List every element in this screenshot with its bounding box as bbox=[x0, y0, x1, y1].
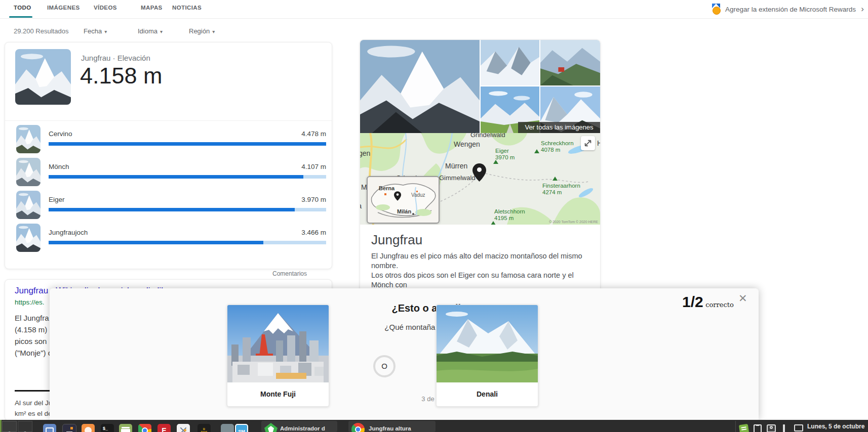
chevron-right-icon: › bbox=[861, 4, 864, 14]
jungfrau-photo-2[interactable] bbox=[481, 40, 539, 85]
expand-map-button[interactable] bbox=[581, 136, 595, 150]
close-icon[interactable]: ✕ bbox=[738, 292, 747, 305]
card-divider bbox=[5, 120, 332, 121]
bar-track bbox=[49, 208, 326, 211]
elevation-title: Jungfrau · Elevación bbox=[81, 54, 150, 62]
inset-label-berna: Berna bbox=[379, 185, 394, 191]
filter-region[interactable]: Región▾ bbox=[189, 27, 215, 35]
xquartz-icon[interactable] bbox=[177, 424, 190, 432]
map-label-m: M bbox=[361, 183, 367, 191]
workspace-2[interactable]: 2 bbox=[2, 421, 17, 432]
inset-label-milan: Milán bbox=[397, 208, 411, 214]
location-pin-icon bbox=[394, 191, 401, 201]
denali-photo bbox=[437, 305, 538, 382]
knowledge-panel-title: Jungfrau bbox=[371, 232, 422, 248]
bar-fill bbox=[49, 241, 263, 244]
result-url: https://es. bbox=[15, 298, 45, 306]
see-all-images-button[interactable]: Ver todas las imágenes bbox=[518, 122, 600, 133]
filter-fecha[interactable]: Fecha▾ bbox=[84, 27, 107, 35]
comments-link[interactable]: Comentarios bbox=[5, 270, 331, 277]
tab-todo[interactable]: TODO bbox=[14, 5, 31, 11]
bar-track bbox=[49, 241, 326, 244]
peak-triangle-icon bbox=[553, 177, 558, 181]
inset-label-vaduz: Vaduz bbox=[411, 192, 425, 198]
map-label-grindelwald: Grindelwald bbox=[470, 133, 505, 139]
elevation-card: Jungfrau · Elevación 4.158 m Cervino 4.4… bbox=[5, 42, 332, 269]
image-collage[interactable]: Ver todas las imágenes bbox=[360, 40, 600, 133]
gray-app-icon[interactable] bbox=[221, 424, 234, 432]
quiz-option-denali[interactable]: Denali bbox=[436, 305, 538, 407]
jungfrau-thumbnail bbox=[15, 49, 71, 105]
quiz-option-monte-fuji[interactable]: Monte Fuji bbox=[227, 305, 329, 407]
medal-icon bbox=[712, 4, 720, 15]
result-snippet: El Jungfra (4.158 m) picos son ("Monje")… bbox=[15, 312, 52, 359]
chevron-down-icon: ▾ bbox=[212, 29, 215, 34]
bar-fill bbox=[49, 175, 303, 179]
quiz-score: 1/2 correcto bbox=[682, 293, 734, 311]
cervino-thumbnail bbox=[16, 125, 41, 153]
rewards-banner[interactable]: Agregar la extensión de Microsoft Reward… bbox=[712, 4, 864, 15]
sm-app-icon[interactable]: SM bbox=[235, 424, 248, 432]
quiz-option-label: Monte Fuji bbox=[227, 390, 329, 398]
bdos-icon[interactable]: B DOS bbox=[198, 424, 211, 432]
map-peak-eiger: Eiger3970 m bbox=[495, 148, 515, 161]
expand-map-icon bbox=[583, 139, 593, 148]
bar-track bbox=[49, 142, 326, 146]
chevron-down-icon: ▾ bbox=[160, 29, 163, 34]
tab-imagenes[interactable]: IMÁGENES bbox=[47, 5, 80, 11]
active-tab-underline bbox=[9, 16, 32, 18]
bar-fill bbox=[49, 208, 295, 211]
pin-tray-icon[interactable] bbox=[783, 424, 785, 432]
elevation-value: 4.158 m bbox=[80, 63, 163, 89]
tab-mapas[interactable]: MAPAS bbox=[141, 5, 163, 11]
tab-videos[interactable]: VÍDEOS bbox=[94, 5, 117, 11]
window-button-jungfrau[interactable]: Jungfrau altura bbox=[348, 421, 436, 432]
red-e-app-icon[interactable]: E bbox=[157, 424, 171, 432]
map-label-h: H bbox=[597, 139, 600, 147]
quiz-option-label: Denali bbox=[437, 390, 538, 398]
folder-icon[interactable] bbox=[119, 424, 132, 432]
eiger-thumbnail bbox=[16, 191, 41, 219]
jungfraujoch-thumbnail bbox=[16, 224, 41, 252]
notes-tray-icon[interactable] bbox=[739, 424, 749, 432]
filter-idioma[interactable]: Idioma▾ bbox=[138, 27, 163, 35]
clipboard-tray-icon[interactable] bbox=[754, 424, 762, 432]
peak-triangle-icon bbox=[491, 221, 496, 225]
clock[interactable]: Lunes, 5 de octubre bbox=[807, 423, 868, 430]
media-app-icon[interactable] bbox=[43, 424, 56, 432]
map-inset[interactable]: Berna Vaduz Milán bbox=[367, 176, 440, 224]
map-label-tigen: tigen bbox=[360, 149, 370, 157]
terminal-icon[interactable]: $_ bbox=[101, 424, 114, 432]
rewards-label: Agregar la extensión de Microsoft Reward… bbox=[725, 6, 856, 13]
bing-search-page: TODO IMÁGENES VÍDEOS MAPAS NOTICIAS Agre… bbox=[0, 0, 868, 432]
workspace-3[interactable]: 3 bbox=[18, 421, 32, 432]
peak-triangle-icon bbox=[534, 149, 539, 153]
map-peak-schreckhorn: Schreckhorn4078 m bbox=[541, 140, 574, 153]
tray-divider bbox=[735, 421, 736, 432]
map-label-murren: Mürren bbox=[445, 162, 467, 170]
firefox-icon[interactable] bbox=[82, 424, 95, 432]
display-tray-icon[interactable] bbox=[794, 424, 803, 431]
map[interactable]: Grindelwald Wengen tigen Mürren Griesalp… bbox=[360, 133, 600, 225]
header-divider bbox=[0, 18, 868, 19]
score-value: 1/2 bbox=[682, 293, 703, 310]
results-count: 29.200 Resultados bbox=[14, 27, 68, 35]
map-label-ka: Ka bbox=[360, 202, 362, 210]
map-peak-aletschhorn: Aletschhorn4195 m bbox=[494, 208, 525, 222]
quiz-or-divider: O bbox=[373, 355, 396, 377]
jungfrau-photo-3[interactable] bbox=[540, 40, 600, 85]
tab-noticias[interactable]: NOTICIAS bbox=[172, 5, 202, 11]
map-label-wengen: Wengen bbox=[454, 140, 480, 148]
location-pin-icon bbox=[472, 163, 486, 182]
quiz-overlay: 1/2 correcto ✕ ¿Esto o aquello? ¿Qué mon… bbox=[50, 288, 759, 420]
bar-track bbox=[49, 175, 326, 179]
map-peak-finsteraarhorn: Finsteraarhorn4274 m bbox=[542, 183, 580, 196]
jungfrau-photo-large[interactable] bbox=[360, 40, 480, 133]
chrome-icon[interactable] bbox=[138, 424, 151, 432]
window-button-administrador[interactable]: Administrador d bbox=[261, 421, 337, 432]
terminal-tv-icon[interactable] bbox=[62, 424, 76, 432]
chevron-down-icon: ▾ bbox=[104, 29, 107, 34]
inset-terrain bbox=[368, 177, 439, 223]
map-copyright: © 2020 TomTom © 2020 HERE bbox=[549, 220, 598, 224]
screenshot-tray-icon[interactable] bbox=[767, 424, 776, 432]
